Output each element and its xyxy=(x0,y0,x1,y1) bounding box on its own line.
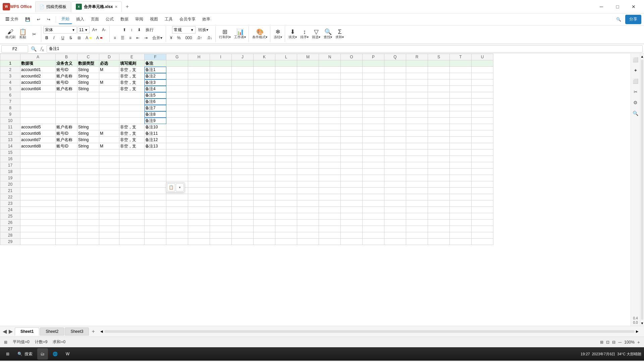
cell-8-10[interactable] xyxy=(254,105,275,111)
cell-27-15[interactable] xyxy=(363,226,384,232)
cell-26-16[interactable] xyxy=(384,220,406,226)
freeze-button[interactable]: ❄ 冻结▾ xyxy=(272,27,283,42)
vertical-scrollbar[interactable]: ▲ ▼ xyxy=(640,54,644,326)
cell-9-5[interactable]: 备注8 xyxy=(145,111,166,118)
cell-23-3[interactable] xyxy=(99,200,119,207)
cell-10-10[interactable] xyxy=(254,118,275,124)
cell-6-5[interactable]: 备注5 xyxy=(145,92,166,99)
cell-19-10[interactable] xyxy=(254,175,275,181)
zoom-in-button[interactable]: + xyxy=(637,340,640,345)
cell-6-11[interactable] xyxy=(275,92,297,99)
align-top-button[interactable]: ⬆ xyxy=(121,26,128,34)
cell-26-12[interactable] xyxy=(297,220,319,226)
cell-2-3[interactable]: M xyxy=(99,67,119,73)
cell-13-3[interactable] xyxy=(99,137,119,143)
cell-6-18[interactable] xyxy=(428,92,450,99)
cell-14-2[interactable]: String xyxy=(77,143,99,149)
cell-19-8[interactable] xyxy=(210,175,232,181)
cell-3-15[interactable] xyxy=(363,73,384,79)
cell-19-7[interactable] xyxy=(188,175,210,181)
cell-19-3[interactable] xyxy=(99,175,119,181)
cell-27-20[interactable] xyxy=(472,226,493,232)
cell-14-13[interactable] xyxy=(319,143,341,149)
cell-23-11[interactable] xyxy=(275,200,297,207)
cell-1-7[interactable] xyxy=(188,60,210,67)
cell-22-13[interactable] xyxy=(319,194,341,200)
cell-17-20[interactable] xyxy=(472,162,493,169)
tab-view[interactable]: 视图 xyxy=(147,15,161,24)
cell-4-9[interactable] xyxy=(232,79,254,86)
cell-24-2[interactable] xyxy=(77,207,99,213)
cell-8-12[interactable] xyxy=(297,105,319,111)
cell-13-1[interactable]: 账户名称 xyxy=(56,137,77,143)
cell-5-0[interactable]: accountId4 xyxy=(20,86,56,92)
cell-21-20[interactable] xyxy=(472,188,493,194)
cell-29-14[interactable] xyxy=(341,239,363,245)
decimal-increase-button[interactable]: .0↑ xyxy=(195,34,204,42)
cell-17-7[interactable] xyxy=(188,162,210,169)
cell-26-3[interactable] xyxy=(99,220,119,226)
cell-14-14[interactable] xyxy=(341,143,363,149)
cell-24-16[interactable] xyxy=(384,207,406,213)
cell-5-20[interactable] xyxy=(472,86,493,92)
cell-2-4[interactable]: 非空，支 xyxy=(119,67,145,73)
cell-1-5[interactable]: 备注 xyxy=(145,60,166,67)
fill-button[interactable]: ⬇ 填充▾ xyxy=(287,27,298,42)
cell-20-14[interactable] xyxy=(341,181,363,188)
cell-3-10[interactable] xyxy=(254,73,275,79)
sort-button[interactable]: ↕ 排序▾ xyxy=(299,27,310,42)
cell-8-20[interactable] xyxy=(472,105,493,111)
cell-28-20[interactable] xyxy=(472,232,493,239)
cell-10-14[interactable] xyxy=(341,118,363,124)
cell-12-20[interactable] xyxy=(472,130,493,137)
cell-4-20[interactable] xyxy=(472,79,493,86)
cell-6-14[interactable] xyxy=(341,92,363,99)
cell-25-16[interactable] xyxy=(384,213,406,220)
cell-8-5[interactable]: 备注7 xyxy=(145,105,166,111)
cell-22-6[interactable] xyxy=(166,194,188,200)
cell-24-11[interactable] xyxy=(275,207,297,213)
cell-14-12[interactable] xyxy=(297,143,319,149)
cell-29-10[interactable] xyxy=(254,239,275,245)
cell-27-4[interactable] xyxy=(119,226,145,232)
cell-5-13[interactable] xyxy=(319,86,341,92)
cell-17-8[interactable] xyxy=(210,162,232,169)
cell-3-18[interactable] xyxy=(428,73,450,79)
cell-11-9[interactable] xyxy=(232,124,254,130)
cell-27-14[interactable] xyxy=(341,226,363,232)
cell-22-7[interactable] xyxy=(188,194,210,200)
cell-2-17[interactable] xyxy=(406,67,428,73)
tab-data[interactable]: 数据 xyxy=(118,15,131,24)
cell-10-5[interactable]: 备注9 xyxy=(145,118,166,124)
cell-27-10[interactable] xyxy=(254,226,275,232)
cell-7-13[interactable] xyxy=(319,99,341,105)
cell-29-3[interactable] xyxy=(99,239,119,245)
col-header-T[interactable]: T xyxy=(450,54,472,60)
cell-16-14[interactable] xyxy=(341,156,363,162)
cell-22-0[interactable] xyxy=(20,194,56,200)
cell-16-12[interactable] xyxy=(297,156,319,162)
cell-7-3[interactable] xyxy=(99,99,119,105)
cell-5-6[interactable] xyxy=(166,86,188,92)
cell-18-13[interactable] xyxy=(319,169,341,175)
cell-20-13[interactable] xyxy=(319,181,341,188)
cell-1-12[interactable] xyxy=(297,60,319,67)
cell-1-18[interactable] xyxy=(428,60,450,67)
cell-25-5[interactable] xyxy=(145,213,166,220)
cell-19-0[interactable] xyxy=(20,175,56,181)
cell-13-7[interactable] xyxy=(188,137,210,143)
taskbar-explorer-button[interactable]: 🗂 xyxy=(37,348,48,360)
cell-23-16[interactable] xyxy=(384,200,406,207)
cell-7-20[interactable] xyxy=(472,99,493,105)
cell-12-3[interactable]: M xyxy=(99,130,119,137)
col-header-P[interactable]: P xyxy=(363,54,384,60)
col-header-B[interactable]: B xyxy=(56,54,77,60)
cell-18-15[interactable] xyxy=(363,169,384,175)
cell-29-5[interactable] xyxy=(145,239,166,245)
cell-10-9[interactable] xyxy=(232,118,254,124)
cell-23-9[interactable] xyxy=(232,200,254,207)
cell-2-11[interactable] xyxy=(275,67,297,73)
scroll-up-button[interactable]: ▲ xyxy=(640,54,644,59)
cell-20-19[interactable] xyxy=(450,181,472,188)
cell-3-20[interactable] xyxy=(472,73,493,79)
